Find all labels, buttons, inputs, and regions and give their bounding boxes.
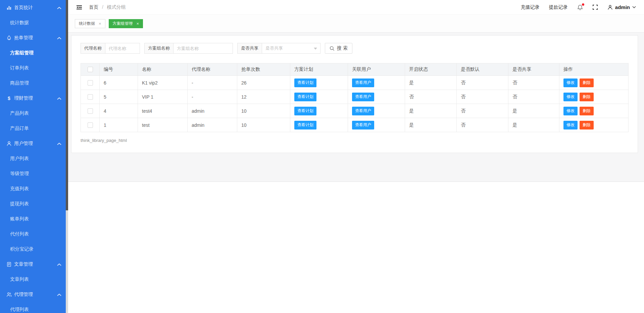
col-grab-count: 抢单次数 — [237, 63, 290, 76]
tab-方案组管理[interactable]: 方案组管理× — [109, 19, 143, 28]
notification-bell-icon[interactable] — [577, 4, 583, 10]
sidebar-scrollbar-thumb[interactable] — [66, 0, 68, 210]
cell-is-default: 否 — [457, 118, 508, 132]
sidebar-item-bill-list[interactable]: 账单列表 — [0, 211, 66, 226]
sidebar-group-user-management[interactable]: 用户管理 — [0, 136, 66, 151]
row-checkbox[interactable] — [88, 122, 93, 128]
chevron-up-icon — [57, 141, 61, 146]
cell-plan: 查看计划 — [290, 90, 348, 104]
search-button[interactable]: 搜 索 — [325, 43, 352, 54]
row-checkbox[interactable] — [88, 108, 93, 114]
view-users-button[interactable]: 查看用户 — [352, 107, 374, 115]
tab-close-icon[interactable]: × — [137, 21, 139, 26]
fullscreen-icon[interactable] — [592, 4, 598, 10]
sidebar-item-user-list[interactable]: 用户列表 — [0, 151, 66, 166]
withdraw-records-link[interactable]: 提款记录 — [549, 4, 568, 10]
chevron-up-icon — [57, 5, 61, 10]
tab-close-icon[interactable]: × — [99, 21, 101, 26]
is-shared-select[interactable]: 是否共享 — [262, 43, 320, 54]
sidebar-item-product-orders[interactable]: 产品订单 — [0, 121, 66, 136]
col-name: 名称 — [138, 63, 188, 76]
content-panel: 代理名称 方案组名称 是否共享 是否共享 — [71, 35, 638, 153]
tab-label: 统计数据 — [79, 21, 95, 27]
sidebar-group-finance-management[interactable]: $理财管理 — [0, 91, 66, 106]
sidebar-item-label: 代付列表 — [10, 231, 29, 237]
cell-grab-count: 12 — [237, 90, 290, 104]
sidebar-item-article-list[interactable]: 文章列表 — [0, 272, 66, 287]
sidebar-group-agent-management[interactable]: 代理管理 — [0, 287, 66, 302]
delete-button[interactable]: 删除 — [580, 93, 594, 101]
sidebar-item-label: 产品列表 — [10, 110, 29, 116]
username: admin — [615, 4, 630, 10]
filter-bar: 代理名称 方案组名称 是否共享 是否共享 — [81, 43, 629, 54]
cell-actions: 修改删除 — [559, 76, 629, 90]
sidebar-item-goods-management[interactable]: 商品管理 — [0, 75, 66, 91]
cell-actions: 修改删除 — [559, 118, 629, 132]
agent-name-filter-label: 代理名称 — [81, 43, 105, 54]
breadcrumb-home[interactable]: 首页 — [89, 4, 98, 10]
table-row: 4test4admin10查看计划查看用户是否是修改删除 — [81, 104, 629, 118]
article-icon — [6, 261, 12, 267]
view-plan-button[interactable]: 查看计划 — [294, 107, 316, 115]
view-users-button[interactable]: 查看用户 — [352, 121, 374, 129]
row-checkbox[interactable] — [88, 80, 93, 86]
agents-icon — [6, 292, 12, 297]
sidebar-menu: 首页统计统计数据抢单管理方案组管理订单列表商品管理$理财管理产品列表产品订单用户… — [0, 0, 66, 313]
sidebar-item-agent-list[interactable]: 代理列表 — [0, 302, 66, 313]
sidebar-item-recharge-list[interactable]: 充值列表 — [0, 181, 66, 196]
view-users-button[interactable]: 查看用户 — [352, 79, 374, 87]
cell-linked-users: 查看用户 — [348, 76, 405, 90]
sidebar-item-label: 提现列表 — [10, 201, 29, 207]
chevron-up-icon — [57, 96, 61, 101]
sidebar-item-level-management[interactable]: 等级管理 — [0, 166, 66, 181]
view-plan-button[interactable]: 查看计划 — [294, 93, 316, 101]
sidebar-item-label: 文章列表 — [10, 276, 29, 282]
sidebar-item-order-list[interactable]: 订单列表 — [0, 60, 66, 75]
row-select-cell — [81, 118, 100, 132]
edit-button[interactable]: 修改 — [563, 121, 578, 129]
edit-button[interactable]: 修改 — [563, 107, 578, 115]
cell-is-shared: 否 — [508, 90, 559, 104]
user-icon — [6, 141, 12, 146]
user-menu[interactable]: admin — [607, 4, 636, 10]
chevron-up-icon — [57, 262, 61, 267]
view-plan-button[interactable]: 查看计划 — [294, 79, 316, 87]
sidebar-item-points-treasure-records[interactable]: 积分宝记录 — [0, 242, 66, 257]
tab-统计数据[interactable]: 统计数据× — [75, 19, 105, 28]
cell-linked-users: 查看用户 — [348, 104, 405, 118]
sidebar-item-stats-data[interactable]: 统计数据 — [0, 15, 66, 30]
cell-name: K1 vip2 — [138, 76, 188, 90]
sidebar-item-payout-list[interactable]: 代付列表 — [0, 226, 66, 242]
plan-group-name-input[interactable] — [173, 43, 233, 54]
sidebar-group-article-management[interactable]: 文章管理 — [0, 257, 66, 272]
sidebar-group-home-stats[interactable]: 首页统计 — [0, 0, 66, 15]
sidebar-item-plan-group-management[interactable]: 方案组管理 — [0, 45, 66, 60]
sidebar-item-withdraw-list[interactable]: 提现列表 — [0, 196, 66, 211]
table-row: 6K1 vip2-26查看计划查看用户是否否修改删除 — [81, 76, 629, 90]
sidebar-item-label: 商品管理 — [10, 80, 29, 86]
delete-button[interactable]: 删除 — [580, 79, 594, 87]
select-all-checkbox[interactable] — [88, 67, 93, 72]
delete-button[interactable]: 删除 — [580, 107, 594, 115]
row-checkbox[interactable] — [88, 94, 93, 100]
agent-name-input[interactable] — [105, 43, 140, 54]
svg-text:$: $ — [8, 96, 10, 101]
sidebar-collapse-icon[interactable] — [76, 5, 82, 10]
col-actions: 操作 — [559, 63, 629, 76]
view-plan-button[interactable]: 查看计划 — [294, 121, 316, 129]
edit-button[interactable]: 修改 — [563, 93, 578, 101]
cell-open-status: 是 — [405, 76, 457, 90]
sidebar-scrollbar[interactable] — [66, 0, 68, 313]
sidebar-group-grab-order-management[interactable]: 抢单管理 — [0, 30, 66, 45]
content-area: 代理名称 方案组名称 是否共享 是否共享 — [68, 33, 644, 182]
fire-icon — [6, 35, 12, 41]
cell-is-default: 否 — [457, 104, 508, 118]
recharge-records-link[interactable]: 充值记录 — [521, 4, 540, 10]
row-select-cell — [81, 104, 100, 118]
col-id: 编号 — [100, 63, 138, 76]
money-icon: $ — [6, 95, 12, 101]
sidebar-item-product-list[interactable]: 产品列表 — [0, 106, 66, 121]
edit-button[interactable]: 修改 — [563, 79, 578, 87]
delete-button[interactable]: 删除 — [580, 121, 594, 129]
view-users-button[interactable]: 查看用户 — [352, 93, 374, 101]
